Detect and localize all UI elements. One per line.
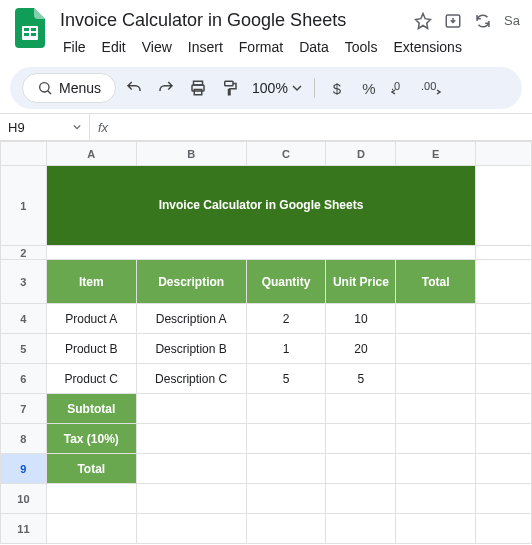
cell-e5[interactable] xyxy=(396,334,476,364)
col-head-b[interactable]: B xyxy=(136,142,246,166)
cell[interactable] xyxy=(476,166,532,246)
cell[interactable] xyxy=(476,334,532,364)
cell-tax-label[interactable]: Tax (10%) xyxy=(46,424,136,454)
star-icon[interactable] xyxy=(414,12,432,30)
zoom-dropdown[interactable]: 100% xyxy=(248,80,306,96)
cell[interactable] xyxy=(136,514,246,544)
cell[interactable] xyxy=(46,484,136,514)
cell[interactable] xyxy=(476,246,532,260)
header-price[interactable]: Unit Price xyxy=(326,260,396,304)
cell[interactable] xyxy=(246,514,326,544)
currency-button[interactable]: $ xyxy=(323,74,351,102)
cell[interactable] xyxy=(476,364,532,394)
cell[interactable] xyxy=(396,484,476,514)
col-head-f[interactable] xyxy=(476,142,532,166)
cell-b5[interactable]: Description B xyxy=(136,334,246,364)
decrease-decimal-button[interactable]: .0 xyxy=(387,74,415,102)
row-head-9[interactable]: 9 xyxy=(1,454,47,484)
cell-d4[interactable]: 10 xyxy=(326,304,396,334)
row-head-5[interactable]: 5 xyxy=(1,334,47,364)
col-head-d[interactable]: D xyxy=(326,142,396,166)
sheet-title-cell[interactable]: Invoice Calculator in Google Sheets xyxy=(46,166,475,246)
row-head-8[interactable]: 8 xyxy=(1,424,47,454)
row-head-2[interactable]: 2 xyxy=(1,246,47,260)
sheets-logo-icon[interactable] xyxy=(12,10,48,46)
cell[interactable] xyxy=(326,424,396,454)
menus-button[interactable]: Menus xyxy=(22,73,116,103)
col-head-e[interactable]: E xyxy=(396,142,476,166)
doc-title[interactable]: Invoice Calculator in Google Sheets xyxy=(56,8,350,33)
cell[interactable] xyxy=(476,260,532,304)
row-head-11[interactable]: 11 xyxy=(1,514,47,544)
row-head-3[interactable]: 3 xyxy=(1,260,47,304)
row-head-7[interactable]: 7 xyxy=(1,394,47,424)
spreadsheet-grid[interactable]: A B C D E 1 Invoice Calculator in Google… xyxy=(0,141,532,544)
cell[interactable] xyxy=(136,454,246,484)
cell-a4[interactable]: Product A xyxy=(46,304,136,334)
cell[interactable] xyxy=(396,454,476,484)
percent-button[interactable]: % xyxy=(355,74,383,102)
cell-e6[interactable] xyxy=(396,364,476,394)
cell[interactable] xyxy=(396,394,476,424)
cloud-status-icon[interactable] xyxy=(474,12,492,30)
cell-c4[interactable]: 2 xyxy=(246,304,326,334)
paint-format-button[interactable] xyxy=(216,74,244,102)
menu-tools[interactable]: Tools xyxy=(338,35,385,59)
menu-extensions[interactable]: Extensions xyxy=(386,35,468,59)
header-total[interactable]: Total xyxy=(396,260,476,304)
cell-d5[interactable]: 20 xyxy=(326,334,396,364)
cell[interactable] xyxy=(246,484,326,514)
cell[interactable] xyxy=(476,304,532,334)
menu-data[interactable]: Data xyxy=(292,35,336,59)
cell[interactable] xyxy=(326,514,396,544)
move-icon[interactable] xyxy=(444,12,462,30)
cell-c6[interactable]: 5 xyxy=(246,364,326,394)
cell-d6[interactable]: 5 xyxy=(326,364,396,394)
increase-decimal-button[interactable]: .00 xyxy=(419,74,447,102)
cell[interactable] xyxy=(476,424,532,454)
menu-file[interactable]: File xyxy=(56,35,93,59)
cell-b4[interactable]: Description A xyxy=(136,304,246,334)
cell[interactable] xyxy=(326,454,396,484)
menu-view[interactable]: View xyxy=(135,35,179,59)
row-head-1[interactable]: 1 xyxy=(1,166,47,246)
cell-a5[interactable]: Product B xyxy=(46,334,136,364)
cell[interactable] xyxy=(476,394,532,424)
cell[interactable] xyxy=(46,246,475,260)
cell[interactable] xyxy=(136,484,246,514)
undo-button[interactable] xyxy=(120,74,148,102)
cell[interactable] xyxy=(246,394,326,424)
menu-edit[interactable]: Edit xyxy=(95,35,133,59)
cell-total-label[interactable]: Total xyxy=(46,454,136,484)
header-desc[interactable]: Description xyxy=(136,260,246,304)
print-button[interactable] xyxy=(184,74,212,102)
header-qty[interactable]: Quantity xyxy=(246,260,326,304)
redo-button[interactable] xyxy=(152,74,180,102)
row-head-4[interactable]: 4 xyxy=(1,304,47,334)
cell[interactable] xyxy=(396,424,476,454)
cell-subtotal-label[interactable]: Subtotal xyxy=(46,394,136,424)
menu-insert[interactable]: Insert xyxy=(181,35,230,59)
cell-b6[interactable]: Description C xyxy=(136,364,246,394)
cell[interactable] xyxy=(396,514,476,544)
cell-e4[interactable] xyxy=(396,304,476,334)
cell[interactable] xyxy=(246,424,326,454)
cell[interactable] xyxy=(326,484,396,514)
row-head-6[interactable]: 6 xyxy=(1,364,47,394)
cell[interactable] xyxy=(476,454,532,484)
cell[interactable] xyxy=(136,394,246,424)
menu-format[interactable]: Format xyxy=(232,35,290,59)
cell[interactable] xyxy=(326,394,396,424)
select-all-corner[interactable] xyxy=(1,142,47,166)
col-head-a[interactable]: A xyxy=(46,142,136,166)
cell[interactable] xyxy=(476,484,532,514)
cell[interactable] xyxy=(246,454,326,484)
cell[interactable] xyxy=(476,514,532,544)
name-box[interactable]: H9 xyxy=(0,114,90,140)
col-head-c[interactable]: C xyxy=(246,142,326,166)
cell[interactable] xyxy=(136,424,246,454)
cell[interactable] xyxy=(46,514,136,544)
row-head-10[interactable]: 10 xyxy=(1,484,47,514)
cell-c5[interactable]: 1 xyxy=(246,334,326,364)
formula-input[interactable] xyxy=(116,114,532,140)
